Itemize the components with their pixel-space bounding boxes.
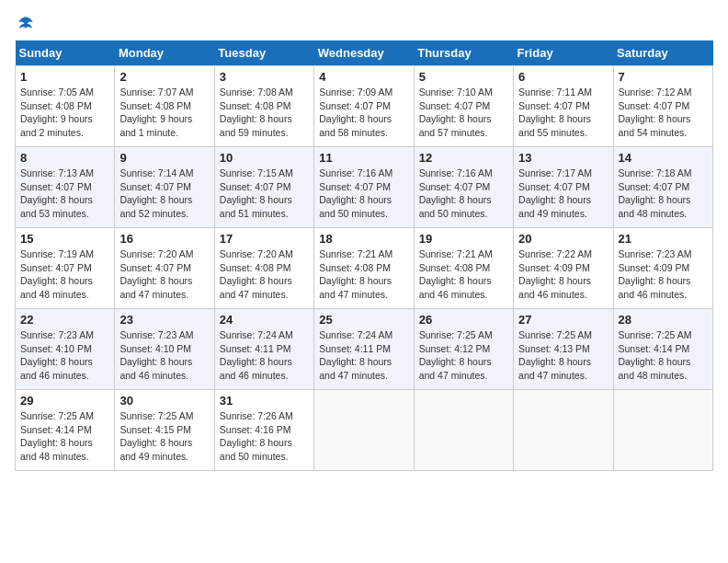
day-header-wednesday: Wednesday [314,40,414,66]
calendar-cell [514,390,613,471]
calendar-cell: 16Sunrise: 7:20 AM Sunset: 4:07 PM Dayli… [115,228,214,309]
day-info: Sunrise: 7:21 AM Sunset: 4:08 PM Dayligh… [319,247,408,302]
day-number: 15 [20,232,109,246]
day-info: Sunrise: 7:15 AM Sunset: 4:07 PM Dayligh… [220,167,309,221]
day-number: 12 [419,151,508,165]
day-info: Sunrise: 7:17 AM Sunset: 4:07 PM Dayligh… [518,167,608,221]
calendar-cell: 7Sunrise: 7:12 AM Sunset: 4:07 PM Daylig… [613,66,712,147]
calendar-cell: 5Sunrise: 7:10 AM Sunset: 4:07 PM Daylig… [414,66,513,147]
calendar-cell [613,390,712,471]
calendar-cell: 12Sunrise: 7:16 AM Sunset: 4:07 PM Dayli… [414,147,513,228]
day-number: 25 [319,313,408,327]
day-info: Sunrise: 7:07 AM Sunset: 4:08 PM Dayligh… [119,86,209,140]
day-header-sunday: Sunday [16,40,115,66]
week-row-2: 8Sunrise: 7:13 AM Sunset: 4:07 PM Daylig… [16,147,713,228]
day-number: 16 [119,232,209,246]
calendar-cell: 11Sunrise: 7:16 AM Sunset: 4:07 PM Dayli… [314,147,414,228]
logo [15,15,35,33]
calendar-cell: 2Sunrise: 7:07 AM Sunset: 4:08 PM Daylig… [115,66,214,147]
day-info: Sunrise: 7:20 AM Sunset: 4:07 PM Dayligh… [119,247,209,302]
calendar-cell: 26Sunrise: 7:25 AM Sunset: 4:12 PM Dayli… [414,309,513,390]
calendar-cell: 28Sunrise: 7:25 AM Sunset: 4:14 PM Dayli… [613,309,712,390]
calendar-cell: 27Sunrise: 7:25 AM Sunset: 4:13 PM Dayli… [514,309,613,390]
day-number: 18 [319,232,408,246]
day-number: 22 [20,313,109,327]
day-info: Sunrise: 7:25 AM Sunset: 4:15 PM Dayligh… [119,409,209,464]
day-info: Sunrise: 7:08 AM Sunset: 4:08 PM Dayligh… [220,86,309,140]
day-number: 23 [119,313,209,327]
day-number: 24 [220,313,309,327]
day-number: 29 [20,394,109,408]
day-number: 20 [518,232,608,246]
day-number: 5 [419,70,508,84]
day-number: 6 [518,70,608,84]
week-row-4: 22Sunrise: 7:23 AM Sunset: 4:10 PM Dayli… [16,309,713,390]
day-info: Sunrise: 7:25 AM Sunset: 4:12 PM Dayligh… [419,328,508,383]
calendar-cell: 20Sunrise: 7:22 AM Sunset: 4:09 PM Dayli… [514,228,613,309]
calendar-table: SundayMondayTuesdayWednesdayThursdayFrid… [15,40,713,471]
calendar-cell: 14Sunrise: 7:18 AM Sunset: 4:07 PM Dayli… [613,147,712,228]
day-number: 31 [220,394,309,408]
day-info: Sunrise: 7:25 AM Sunset: 4:14 PM Dayligh… [619,328,708,383]
day-info: Sunrise: 7:23 AM Sunset: 4:09 PM Dayligh… [619,247,708,302]
day-info: Sunrise: 7:22 AM Sunset: 4:09 PM Dayligh… [518,247,608,302]
calendar-cell: 23Sunrise: 7:23 AM Sunset: 4:10 PM Dayli… [115,309,214,390]
day-number: 19 [419,232,508,246]
calendar-cell: 15Sunrise: 7:19 AM Sunset: 4:07 PM Dayli… [16,228,115,309]
day-number: 10 [220,151,309,165]
day-number: 21 [619,232,708,246]
day-number: 8 [20,151,109,165]
day-number: 7 [619,70,708,84]
calendar-cell: 31Sunrise: 7:26 AM Sunset: 4:16 PM Dayli… [214,390,313,471]
day-number: 30 [119,394,209,408]
day-info: Sunrise: 7:23 AM Sunset: 4:10 PM Dayligh… [20,328,109,383]
logo-bird-icon [17,15,35,33]
day-info: Sunrise: 7:25 AM Sunset: 4:13 PM Dayligh… [518,328,608,383]
calendar-cell: 1Sunrise: 7:05 AM Sunset: 4:08 PM Daylig… [16,66,115,147]
calendar-cell: 4Sunrise: 7:09 AM Sunset: 4:07 PM Daylig… [314,66,414,147]
day-number: 2 [119,70,209,84]
day-info: Sunrise: 7:16 AM Sunset: 4:07 PM Dayligh… [319,167,408,221]
day-info: Sunrise: 7:20 AM Sunset: 4:08 PM Dayligh… [220,247,309,302]
calendar-cell: 13Sunrise: 7:17 AM Sunset: 4:07 PM Dayli… [514,147,613,228]
day-info: Sunrise: 7:10 AM Sunset: 4:07 PM Dayligh… [419,86,508,140]
calendar-cell: 18Sunrise: 7:21 AM Sunset: 4:08 PM Dayli… [314,228,414,309]
day-header-saturday: Saturday [613,40,712,66]
day-info: Sunrise: 7:18 AM Sunset: 4:07 PM Dayligh… [619,167,708,221]
calendar-cell [314,390,414,471]
day-number: 14 [619,151,708,165]
day-number: 11 [319,151,408,165]
calendar-cell: 24Sunrise: 7:24 AM Sunset: 4:11 PM Dayli… [214,309,313,390]
day-info: Sunrise: 7:11 AM Sunset: 4:07 PM Dayligh… [518,86,608,140]
calendar-cell: 22Sunrise: 7:23 AM Sunset: 4:10 PM Dayli… [16,309,115,390]
day-header-friday: Friday [514,40,613,66]
day-number: 28 [619,313,708,327]
calendar-cell: 3Sunrise: 7:08 AM Sunset: 4:08 PM Daylig… [214,66,313,147]
day-info: Sunrise: 7:09 AM Sunset: 4:07 PM Dayligh… [319,86,408,140]
day-info: Sunrise: 7:25 AM Sunset: 4:14 PM Dayligh… [20,409,109,464]
day-number: 26 [419,313,508,327]
day-info: Sunrise: 7:16 AM Sunset: 4:07 PM Dayligh… [419,167,508,221]
day-info: Sunrise: 7:21 AM Sunset: 4:08 PM Dayligh… [419,247,508,302]
day-header-monday: Monday [115,40,214,66]
day-number: 27 [518,313,608,327]
day-info: Sunrise: 7:26 AM Sunset: 4:16 PM Dayligh… [220,409,309,464]
day-info: Sunrise: 7:05 AM Sunset: 4:08 PM Dayligh… [20,86,109,140]
calendar-cell: 29Sunrise: 7:25 AM Sunset: 4:14 PM Dayli… [16,390,115,471]
header [15,15,713,33]
day-header-thursday: Thursday [414,40,513,66]
calendar-cell: 17Sunrise: 7:20 AM Sunset: 4:08 PM Dayli… [214,228,313,309]
day-number: 3 [220,70,309,84]
day-number: 1 [20,70,109,84]
calendar-cell: 19Sunrise: 7:21 AM Sunset: 4:08 PM Dayli… [414,228,513,309]
calendar-cell: 8Sunrise: 7:13 AM Sunset: 4:07 PM Daylig… [16,147,115,228]
day-header-tuesday: Tuesday [214,40,313,66]
calendar-cell: 30Sunrise: 7:25 AM Sunset: 4:15 PM Dayli… [115,390,214,471]
day-info: Sunrise: 7:24 AM Sunset: 4:11 PM Dayligh… [220,328,309,383]
calendar-cell: 9Sunrise: 7:14 AM Sunset: 4:07 PM Daylig… [115,147,214,228]
calendar-cell [414,390,513,471]
calendar-cell: 21Sunrise: 7:23 AM Sunset: 4:09 PM Dayli… [613,228,712,309]
calendar-cell: 25Sunrise: 7:24 AM Sunset: 4:11 PM Dayli… [314,309,414,390]
day-number: 17 [220,232,309,246]
day-number: 4 [319,70,408,84]
